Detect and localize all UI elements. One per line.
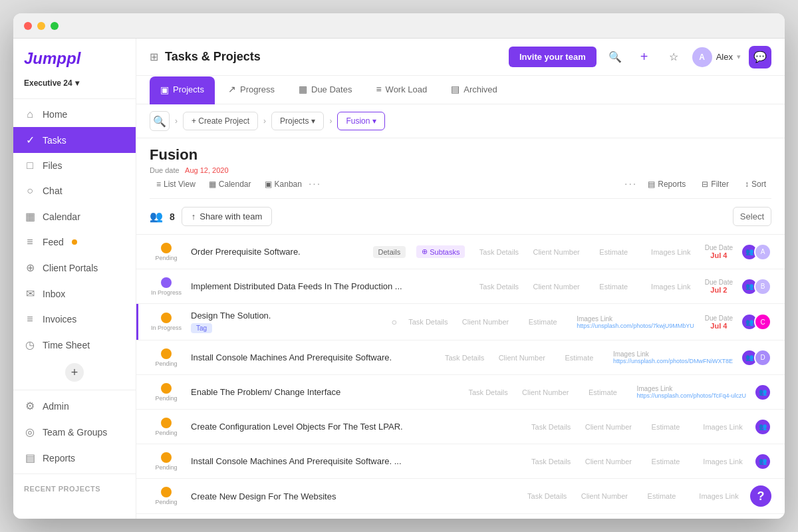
- task-status: Pending: [150, 348, 183, 367]
- sidebar-item-inbox[interactable]: ✉ Inbox: [13, 281, 136, 307]
- task-tag[interactable]: Tag: [191, 323, 212, 333]
- star-button[interactable]: ☆: [663, 47, 684, 68]
- subtasks-button[interactable]: ⊕ Subtasks: [416, 245, 465, 258]
- table-row: Pending Install Console Machines And Pre…: [136, 340, 785, 375]
- task-assignees: 👥 A: [741, 243, 771, 261]
- task-details-col: Task Details: [528, 458, 575, 466]
- task-title: Design The Solution.: [191, 311, 383, 321]
- minimize-button[interactable]: [37, 22, 45, 30]
- filter-button[interactable]: ⊟ Filter: [696, 177, 734, 192]
- close-button[interactable]: [24, 22, 32, 30]
- sidebar-divider-bottom: [13, 473, 136, 474]
- sort-icon: ↕: [745, 180, 749, 189]
- task-assignees: 👥: [754, 418, 771, 436]
- sidebar-item-reports[interactable]: ▤ Reports: [13, 445, 136, 471]
- details-button[interactable]: Details: [373, 246, 406, 258]
- task-actions: Task Details Client Number Estimate Imag…: [442, 350, 733, 364]
- more-views-button[interactable]: ···: [309, 178, 321, 190]
- sidebar-item-home[interactable]: ⌂ Home: [13, 102, 136, 127]
- images-link-col: Images Link: [648, 283, 694, 291]
- create-project-button[interactable]: + Create Project: [183, 112, 258, 130]
- task-status: Pending: [150, 383, 183, 402]
- status-dot: [161, 313, 172, 323]
- sidebar-item-files[interactable]: □ Files: [13, 153, 136, 178]
- task-assignees: 👥: [754, 384, 771, 401]
- sidebar-label-team-groups: Team & Groups: [43, 427, 107, 438]
- select-button[interactable]: Select: [733, 207, 771, 226]
- sidebar-item-chat[interactable]: ○ Chat: [13, 178, 136, 203]
- task-list-header: 👥 8 ↑ Share with team Select: [136, 199, 785, 235]
- tab-archived[interactable]: ▤ Archived: [440, 76, 508, 104]
- sidebar-item-admin[interactable]: ⚙ Admin: [13, 393, 136, 419]
- tab-projects[interactable]: ▣ Projects: [150, 76, 215, 104]
- task-title: Install Console Machines And Prerequisit…: [191, 456, 402, 466]
- home-icon: ⌂: [24, 108, 36, 120]
- subtasks-icon: ⊕: [422, 247, 428, 256]
- help-button[interactable]: ?: [750, 485, 771, 507]
- sidebar-label-reports: Reports: [43, 453, 75, 464]
- sidebar-item-time-sheet[interactable]: ◷ Time Sheet: [13, 332, 136, 358]
- project-more-button[interactable]: ···: [624, 178, 637, 190]
- kanban-view-button[interactable]: ▣ Kanban: [258, 176, 309, 193]
- images-link-col: Images Link https://unsplash.com/photos/…: [577, 315, 694, 329]
- add-button[interactable]: +: [634, 47, 655, 68]
- fusion-dropdown-button[interactable]: Fusion ▾: [337, 112, 385, 130]
- share-with-team-button[interactable]: ↑ Share with team: [182, 207, 272, 226]
- org-name: Executive 24: [24, 78, 72, 88]
- task-details-col: Task Details: [465, 388, 511, 396]
- due-date: Due Date Jul 2: [705, 279, 733, 294]
- tab-due-dates[interactable]: ▦ Due Dates: [288, 76, 362, 104]
- task-title: Order Prerequisite Software.: [191, 247, 301, 257]
- sidebar-item-calendar[interactable]: ▦ Calendar: [13, 203, 136, 229]
- list-view-label: List View: [164, 180, 196, 189]
- task-actions: Task Details Client Number Estimate Imag…: [475, 279, 733, 294]
- status-dot: [161, 277, 172, 288]
- breadcrumb-arrow-3: ›: [329, 116, 332, 126]
- status-dot: [161, 487, 172, 497]
- client-number-col: Client Number: [522, 388, 569, 396]
- tab-progress[interactable]: ↗ Progress: [217, 76, 285, 104]
- sidebar-label-home: Home: [43, 109, 67, 120]
- reports-label: Reports: [658, 180, 686, 189]
- reports-button[interactable]: ▤ Reports: [642, 177, 691, 192]
- project-actions: ··· ▤ Reports ⊟ Filter ↕ Sort: [624, 177, 771, 192]
- filter-label: Filter: [711, 180, 729, 189]
- sidebar-label-client-portals: Client Portals: [43, 263, 98, 273]
- task-title: Install Console Machines And Prerequisit…: [191, 352, 392, 362]
- status-label: In Progress: [151, 325, 182, 331]
- chat-button[interactable]: 💬: [749, 46, 771, 68]
- maximize-button[interactable]: [51, 22, 59, 30]
- main-tabs: ▣ Projects ↗ Progress ▦ Due Dates ≡ Work…: [136, 76, 785, 104]
- table-row: Pending Enable The Problem/ Change Inter…: [136, 375, 785, 410]
- comment-icon: ○: [391, 317, 396, 327]
- sidebar-item-invoices[interactable]: ≡ Invoices: [13, 307, 136, 332]
- calendar-view-button[interactable]: ▦ Calendar: [202, 176, 258, 193]
- project-due-date: Due date Aug 12, 2020: [150, 164, 771, 176]
- sort-button[interactable]: ↕ Sort: [739, 177, 771, 192]
- time-sheet-icon: ◷: [24, 338, 36, 351]
- header-left: ⊞ Tasks & Projects: [150, 50, 261, 64]
- estimate-col: Estimate: [638, 492, 685, 500]
- sidebar-item-team-groups[interactable]: ◎ Team & Groups: [13, 419, 136, 445]
- task-details-col: Task Details: [475, 283, 522, 291]
- search-button[interactable]: 🔍: [604, 47, 626, 68]
- user-menu[interactable]: A Alex ▾: [692, 47, 741, 67]
- list-view-button[interactable]: ≡ List View: [150, 176, 202, 193]
- sidebar-item-tasks[interactable]: ✓ Tasks: [13, 127, 136, 153]
- sidebar-item-feed[interactable]: ≡ Feed: [13, 229, 136, 255]
- invite-team-button[interactable]: Invite your team: [509, 47, 597, 67]
- images-link-col: Images Link https://unsplash.com/photos/…: [613, 350, 733, 364]
- estimate-col: Estimate: [519, 318, 566, 326]
- task-status: Pending: [150, 243, 183, 261]
- status-label: Pending: [155, 430, 177, 436]
- tab-work-load-label: Work Load: [386, 84, 428, 94]
- images-link-col: Images Link https://unsplash.com/photos/…: [636, 385, 746, 399]
- sidebar-item-client-portals[interactable]: ⊕ Client Portals: [13, 255, 136, 281]
- toolbar-search-button[interactable]: 🔍: [150, 111, 170, 131]
- task-actions: Task Details Client Number Estimate Imag…: [405, 315, 733, 330]
- tab-work-load[interactable]: ≡ Work Load: [365, 76, 438, 104]
- org-selector[interactable]: Executive 24 ▾: [13, 78, 136, 96]
- project-views-row: ≡ List View ▦ Calendar ▣ Kanban ··· ···: [150, 176, 771, 199]
- projects-dropdown-button[interactable]: Projects ▾: [271, 112, 324, 130]
- add-item-button[interactable]: +: [65, 363, 84, 382]
